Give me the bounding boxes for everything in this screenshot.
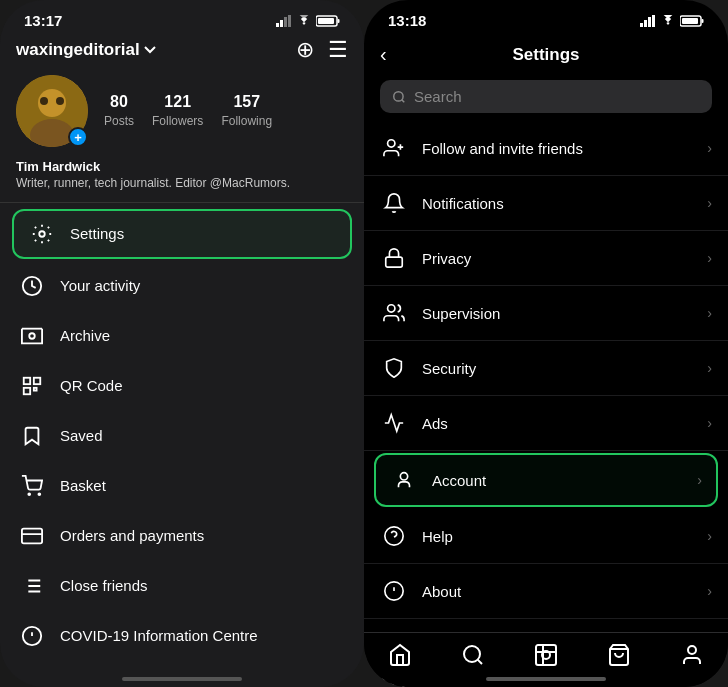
search-bar[interactable]: Search xyxy=(380,80,712,113)
chevron-icon: › xyxy=(707,140,712,156)
menu-item-your-activity[interactable]: Your activity xyxy=(0,261,364,311)
menu-item-covid[interactable]: COVID-19 Information Centre xyxy=(0,611,364,661)
status-icons-phone2 xyxy=(640,15,704,27)
nav-reels[interactable] xyxy=(534,643,558,667)
archive-icon xyxy=(20,324,44,348)
nav-profile[interactable] xyxy=(680,643,704,667)
svg-rect-3 xyxy=(288,15,291,27)
wifi-icon-p2 xyxy=(660,15,676,27)
shield-icon xyxy=(380,354,408,382)
nav-home[interactable] xyxy=(388,643,412,667)
posts-stat: 80 Posts xyxy=(104,93,134,129)
search-placeholder: Search xyxy=(414,88,462,105)
covid-icon xyxy=(20,624,44,648)
svg-rect-22 xyxy=(22,528,42,543)
settings-item-about[interactable]: About › xyxy=(364,564,728,619)
menu-item-saved[interactable]: Saved xyxy=(0,411,364,461)
nav-shop[interactable] xyxy=(607,643,631,667)
settings-item-privacy[interactable]: Privacy › xyxy=(364,231,728,286)
svg-point-46 xyxy=(388,305,395,312)
settings-item-account[interactable]: Account › xyxy=(374,453,718,507)
svg-rect-16 xyxy=(24,378,30,384)
stats-row: 80 Posts 121 Followers 157 Following xyxy=(104,93,272,129)
shop-icon xyxy=(607,643,631,667)
menu-item-basket[interactable]: Basket xyxy=(0,461,364,511)
battery-icon xyxy=(316,15,340,27)
svg-point-42 xyxy=(388,140,395,147)
menu-icon[interactable]: ☰ xyxy=(328,37,348,63)
profile-name: Tim Hardwick xyxy=(0,157,364,175)
settings-header: ‹ Settings xyxy=(364,33,728,80)
saved-icon xyxy=(20,424,44,448)
settings-item-security[interactable]: Security › xyxy=(364,341,728,396)
chevron-icon: › xyxy=(697,472,702,488)
settings-icon xyxy=(30,222,54,246)
followers-stat[interactable]: 121 Followers xyxy=(152,93,203,129)
svg-rect-19 xyxy=(34,388,37,391)
svg-rect-17 xyxy=(34,378,40,384)
activity-icon xyxy=(20,274,44,298)
profile-bio: Writer, runner, tech journalist. Editor … xyxy=(0,175,364,202)
following-stat[interactable]: 157 Following xyxy=(221,93,272,129)
svg-rect-6 xyxy=(338,19,340,23)
chevron-icon: › xyxy=(707,528,712,544)
chevron-icon: › xyxy=(707,583,712,599)
settings-item-supervision[interactable]: Supervision › xyxy=(364,286,728,341)
menu-item-orders[interactable]: Orders and payments xyxy=(0,511,364,561)
settings-item-help[interactable]: Help › xyxy=(364,509,728,564)
divider xyxy=(0,202,364,203)
phone2: 13:18 ‹ Settings Search Follow and invit… xyxy=(364,0,728,687)
back-button[interactable]: ‹ xyxy=(380,39,395,70)
chevron-icon: › xyxy=(707,415,712,431)
svg-point-10 xyxy=(40,97,48,105)
help-icon xyxy=(380,522,408,550)
nav-search[interactable] xyxy=(461,643,485,667)
chevron-icon: › xyxy=(707,360,712,376)
signal-icon-p2 xyxy=(640,15,656,27)
settings-item-follow[interactable]: Follow and invite friends › xyxy=(364,121,728,176)
svg-rect-1 xyxy=(280,20,283,27)
svg-rect-33 xyxy=(640,23,643,27)
svg-point-60 xyxy=(688,646,696,654)
svg-point-53 xyxy=(464,646,480,662)
follow-icon xyxy=(380,134,408,162)
username-display[interactable]: waxingeditorial xyxy=(16,40,156,60)
settings-item-notifications[interactable]: Notifications › xyxy=(364,176,728,231)
bell-icon xyxy=(380,189,408,217)
time-phone2: 13:18 xyxy=(388,12,426,29)
search-nav-icon xyxy=(461,643,485,667)
menu-item-qr-code[interactable]: QR Code xyxy=(0,361,364,411)
add-post-icon[interactable]: ⊕ xyxy=(296,37,314,63)
avatar[interactable]: + xyxy=(16,75,88,147)
time-phone1: 13:17 xyxy=(24,12,62,29)
settings-title: Settings xyxy=(512,45,579,65)
menu-item-close-friends[interactable]: Close friends xyxy=(0,561,364,611)
svg-point-47 xyxy=(400,473,407,480)
svg-rect-18 xyxy=(24,388,30,394)
add-avatar-btn[interactable]: + xyxy=(68,127,88,147)
chevron-down-icon xyxy=(144,46,156,54)
menu-item-archive[interactable]: Archive xyxy=(0,311,364,361)
settings-item-ads[interactable]: Ads › xyxy=(364,396,728,451)
svg-point-48 xyxy=(385,527,403,545)
svg-point-21 xyxy=(38,493,40,495)
settings-label: Settings xyxy=(70,225,124,242)
svg-rect-36 xyxy=(652,15,655,27)
chevron-icon: › xyxy=(707,195,712,211)
ads-icon xyxy=(380,409,408,437)
info-icon xyxy=(380,577,408,605)
supervision-icon xyxy=(380,299,408,327)
chevron-icon: › xyxy=(707,305,712,321)
battery-icon-p2 xyxy=(680,15,704,27)
reels-icon xyxy=(534,643,558,667)
svg-point-15 xyxy=(29,333,35,339)
lock-icon xyxy=(380,244,408,272)
home-indicator-phone1 xyxy=(122,677,242,681)
close-friends-icon xyxy=(20,574,44,598)
profile-nav-icon xyxy=(680,643,704,667)
signal-icon xyxy=(276,15,292,27)
status-bar-phone1: 13:17 xyxy=(0,0,364,33)
svg-point-40 xyxy=(394,91,403,100)
svg-rect-45 xyxy=(386,257,403,267)
menu-item-settings[interactable]: Settings xyxy=(12,209,352,259)
